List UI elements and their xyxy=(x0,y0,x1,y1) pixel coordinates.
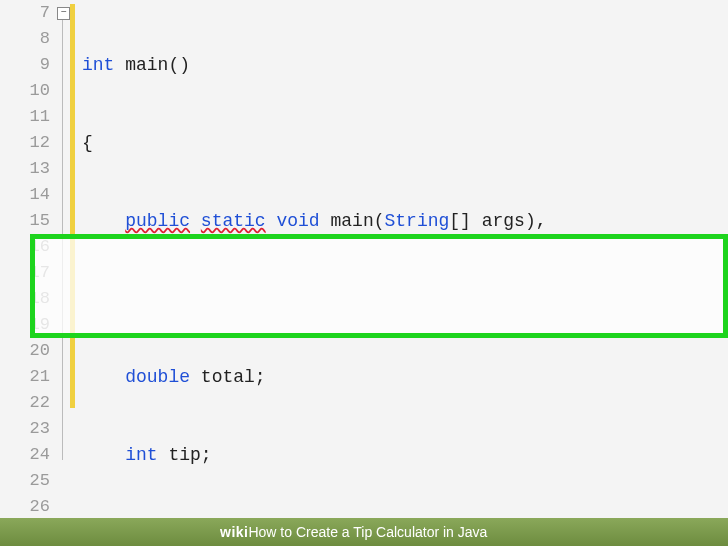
line-number-gutter: 7 8 9 10 11 12 13 14 15 16 17 18 19 20 2… xyxy=(0,0,56,546)
fold-column: − xyxy=(56,0,70,546)
line-number: 8 xyxy=(0,26,50,52)
fold-guide xyxy=(62,20,63,460)
line-number: 19 xyxy=(0,312,50,338)
article-title: How to Create a Tip Calculator in Java xyxy=(248,524,487,540)
line-number: 11 xyxy=(0,104,50,130)
code-line: int main() xyxy=(82,52,728,78)
code-editor[interactable]: 7 8 9 10 11 12 13 14 15 16 17 18 19 20 2… xyxy=(0,0,728,546)
brand-label: wiki xyxy=(220,524,248,540)
fold-toggle-icon[interactable]: − xyxy=(57,7,70,20)
footer-banner: wikiHow to Create a Tip Calculator in Ja… xyxy=(0,518,728,546)
line-number: 21 xyxy=(0,364,50,390)
line-number: 10 xyxy=(0,78,50,104)
line-number: 24 xyxy=(0,442,50,468)
line-number: 25 xyxy=(0,468,50,494)
line-number: 9 xyxy=(0,52,50,78)
line-number: 26 xyxy=(0,494,50,520)
line-number: 13 xyxy=(0,156,50,182)
line-number: 14 xyxy=(0,182,50,208)
line-number: 20 xyxy=(0,338,50,364)
change-marker xyxy=(70,4,75,408)
code-line: int tip; xyxy=(82,442,728,468)
line-number: 16 xyxy=(0,234,50,260)
line-number: 18 xyxy=(0,286,50,312)
line-number: 15 xyxy=(0,208,50,234)
line-number: 22 xyxy=(0,390,50,416)
code-line: double total; xyxy=(82,364,728,390)
line-number: 23 xyxy=(0,416,50,442)
line-number: 7 xyxy=(0,0,50,26)
code-line: { xyxy=(82,130,728,156)
code-line: public static void main(String[] args), xyxy=(82,208,728,234)
line-number: 17 xyxy=(0,260,50,286)
code-line xyxy=(82,286,728,312)
line-number: 12 xyxy=(0,130,50,156)
code-area[interactable]: int main() { public static void main(Str… xyxy=(82,0,728,546)
